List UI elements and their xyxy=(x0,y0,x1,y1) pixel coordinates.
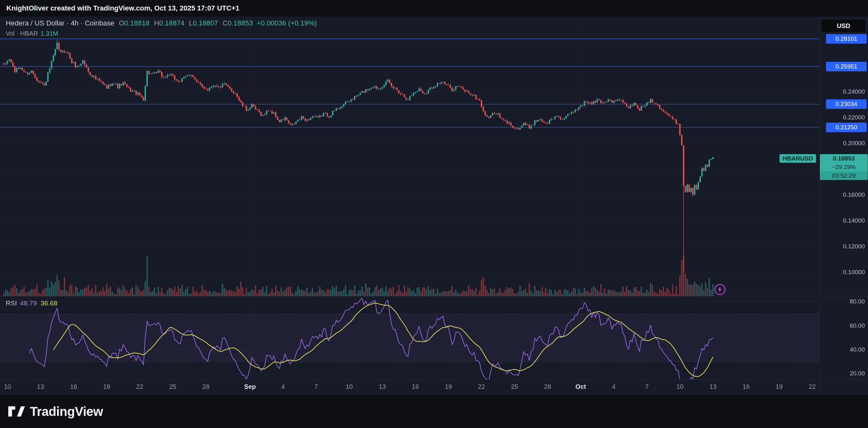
time-axis-label: 19 xyxy=(445,383,452,390)
lightning-bolt-icon xyxy=(718,286,721,293)
price-axis-border xyxy=(819,17,819,395)
price-level-badge[interactable]: 0.21250 xyxy=(826,123,867,132)
time-axis-label: 22 xyxy=(809,383,816,390)
time-axis-label: 7 xyxy=(314,383,318,390)
high-label: H xyxy=(154,19,159,27)
time-axis-label: 19 xyxy=(103,383,110,390)
price-chart-canvas[interactable] xyxy=(0,17,819,395)
open-label: O xyxy=(119,19,124,27)
current-price-change: −29.29% xyxy=(820,163,868,171)
footer-bar: TradingView xyxy=(0,395,868,428)
price-level-badge[interactable]: 0.25951 xyxy=(826,62,867,71)
volume-value: 1.31M xyxy=(40,30,58,37)
current-price-badge[interactable]: 0.18853 −29.29% 03:52:29 xyxy=(820,154,868,180)
time-axis-label: 28 xyxy=(203,383,210,390)
time-axis-label: 13 xyxy=(709,383,716,390)
tradingview-logo-icon[interactable] xyxy=(8,406,25,417)
low-value: 0.18807 xyxy=(193,19,218,27)
close-label: C xyxy=(223,19,228,27)
time-axis-label: 4 xyxy=(612,383,616,390)
price-axis-tick: 0.12000 xyxy=(843,243,865,250)
price-axis-tick: 0.22000 xyxy=(843,114,865,121)
rsi-ma-value: 36.68 xyxy=(41,299,58,307)
low-label: L xyxy=(189,19,193,27)
close-value: 0.18853 xyxy=(228,19,253,27)
price-level-badge[interactable]: 0.23034 xyxy=(826,99,867,109)
price-axis-tick: 0.16000 xyxy=(843,191,865,198)
price-axis-tick: 0.10000 xyxy=(843,269,865,276)
time-axis-label: 28 xyxy=(544,383,551,390)
price-level-badge[interactable]: 0.28101 xyxy=(826,34,867,43)
rsi-axis-tick: 60.00 xyxy=(849,322,865,329)
time-axis-label: 22 xyxy=(478,383,485,390)
time-axis-label: 7 xyxy=(645,383,649,390)
price-axis-tick: 0.14000 xyxy=(843,217,865,224)
change-value: +0.00036 (+0.19%) xyxy=(257,19,316,27)
watermark-bar: KnightOliver created with TradingView.co… xyxy=(0,0,868,17)
symbol-legend-row: Hedera / US Dollar · 4h · CoinbaseO0.188… xyxy=(6,19,317,27)
time-axis-label: Sep xyxy=(244,383,256,390)
time-axis-label: 19 xyxy=(776,383,783,390)
chart-area: Hedera / US Dollar · 4h · CoinbaseO0.188… xyxy=(0,17,868,395)
volume-label[interactable]: Vol · HBAR xyxy=(6,30,38,37)
high-value: 0.18874 xyxy=(159,19,185,27)
time-axis-label: Oct xyxy=(576,383,586,390)
price-axis-tick: 0.20000 xyxy=(843,140,865,147)
time-axis-label: 10 xyxy=(346,383,353,390)
symbol-price-tag[interactable]: HBARUSD xyxy=(779,154,816,163)
time-axis-label: 13 xyxy=(37,383,44,390)
pane-separator-rsi-timeaxis xyxy=(0,379,868,379)
rsi-value: 48.79 xyxy=(20,299,37,307)
time-axis-label: 4 xyxy=(281,383,285,390)
bar-close-countdown: 03:52:29 xyxy=(820,171,868,180)
watermark-text: KnightOliver created with TradingView.co… xyxy=(0,0,240,17)
time-axis-label: 16 xyxy=(743,383,749,390)
chart-legend: Hedera / US Dollar · 4h · CoinbaseO0.188… xyxy=(6,19,317,37)
time-axis-label: 16 xyxy=(70,383,77,390)
rsi-name[interactable]: RSI xyxy=(6,299,17,307)
time-axis-label: 10 xyxy=(4,383,11,390)
time-axis-label: 25 xyxy=(169,383,177,390)
time-axis[interactable]: 10131619222528Sep4710131619222528Oct4710… xyxy=(0,379,819,395)
price-axis-panel[interactable]: USD 0.18853 −29.29% 03:52:29 0.240000.22… xyxy=(819,17,868,395)
time-axis-label: 25 xyxy=(511,383,518,390)
rsi-axis-tick: 20.00 xyxy=(849,370,865,377)
current-price-value: 0.18853 xyxy=(820,154,868,163)
rsi-legend: RSI48.7936.68 xyxy=(6,299,57,307)
price-axis-tick: 0.24000 xyxy=(843,88,865,95)
rsi-axis-tick: 40.00 xyxy=(849,346,865,353)
time-axis-label: 13 xyxy=(379,383,385,390)
rsi-axis-tick: 80.00 xyxy=(849,298,865,305)
open-value: 0.18818 xyxy=(124,19,150,27)
time-axis-label: 22 xyxy=(136,383,143,390)
symbol-title[interactable]: Hedera / US Dollar · 4h · Coinbase xyxy=(6,19,114,27)
volume-legend-row: Vol · HBAR1.31M xyxy=(6,30,317,37)
quick-trade-lightning-button[interactable] xyxy=(713,283,726,296)
tradingview-wordmark[interactable]: TradingView xyxy=(30,404,103,419)
pane-separator-price-rsi[interactable] xyxy=(0,296,868,297)
time-axis-label: 10 xyxy=(676,383,683,390)
time-axis-label: 16 xyxy=(412,383,419,390)
tradingview-chart-screenshot: KnightOliver created with TradingView.co… xyxy=(0,0,868,428)
currency-toggle-button[interactable]: USD xyxy=(821,19,866,32)
